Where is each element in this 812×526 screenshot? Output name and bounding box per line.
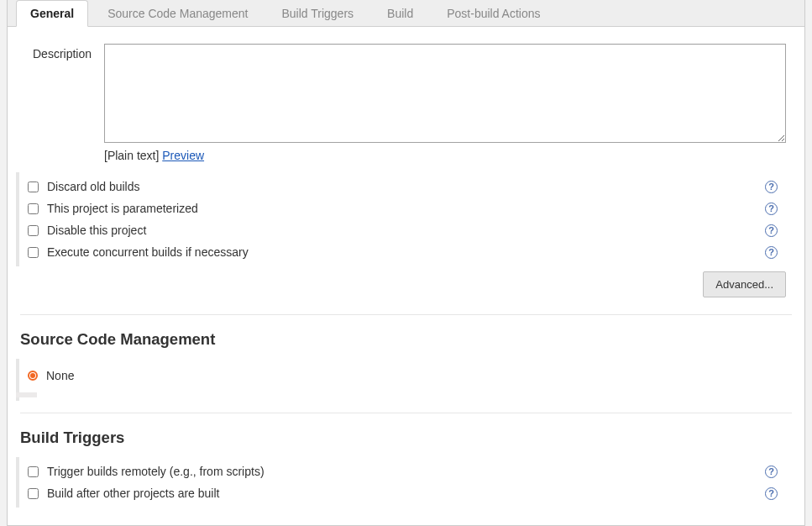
advanced-button[interactable]: Advanced...	[703, 271, 786, 297]
advanced-row: Advanced...	[8, 266, 804, 302]
trigger-after-checkbox[interactable]	[28, 488, 39, 499]
parameterized-checkbox[interactable]	[28, 203, 39, 214]
disable-project-row: Disable this project	[19, 219, 796, 241]
plain-text-label: [Plain text]	[104, 149, 162, 162]
help-icon[interactable]	[765, 246, 778, 259]
scm-section: None	[16, 359, 796, 401]
tabs-bar: General Source Code Management Build Tri…	[8, 0, 804, 27]
content-area: Description [Plain text] Preview Discard…	[8, 27, 804, 514]
triggers-section-title: Build Triggers	[20, 429, 796, 447]
parameterized-row: This project is parameterized	[19, 197, 796, 219]
parameterized-label: This project is parameterized	[47, 202, 198, 215]
help-icon[interactable]	[765, 181, 778, 193]
preview-link[interactable]: Preview	[162, 149, 204, 162]
trigger-after-row: Build after other projects are built	[19, 482, 796, 504]
description-footer: [Plain text] Preview	[104, 149, 786, 162]
trigger-remote-row: Trigger builds remotely (e.g., from scri…	[19, 460, 796, 482]
tab-source-code-management[interactable]: Source Code Management	[93, 0, 262, 27]
section-divider	[20, 413, 792, 413]
scm-section-title: Source Code Management	[20, 330, 796, 349]
disable-project-checkbox[interactable]	[28, 225, 39, 236]
disable-project-label: Disable this project	[47, 224, 146, 237]
help-icon[interactable]	[765, 224, 778, 237]
concurrent-builds-row: Execute concurrent builds if necessary	[19, 241, 796, 263]
trigger-remote-checkbox[interactable]	[28, 466, 39, 477]
tab-build[interactable]: Build	[373, 0, 427, 27]
discard-old-builds-label: Discard old builds	[47, 180, 140, 193]
description-row: Description [Plain text] Preview	[8, 30, 804, 162]
scm-none-row: None	[19, 362, 796, 392]
discard-old-builds-row: Discard old builds	[19, 176, 796, 197]
concurrent-builds-checkbox[interactable]	[28, 247, 39, 258]
description-textarea[interactable]	[104, 44, 786, 143]
tab-post-build-actions[interactable]: Post-build Actions	[432, 0, 554, 27]
trigger-after-label: Build after other projects are built	[47, 487, 219, 500]
config-panel: General Source Code Management Build Tri…	[7, 0, 805, 526]
trigger-remote-label: Trigger builds remotely (e.g., from scri…	[47, 465, 265, 478]
description-label: Description	[33, 44, 104, 60]
help-icon[interactable]	[765, 487, 778, 500]
scm-none-label: None	[46, 369, 74, 382]
concurrent-builds-label: Execute concurrent builds if necessary	[47, 245, 249, 259]
general-options-section: Discard old builds This project is param…	[16, 172, 796, 266]
tab-build-triggers[interactable]: Build Triggers	[267, 0, 368, 27]
tab-general[interactable]: General	[16, 0, 88, 27]
discard-old-builds-checkbox[interactable]	[28, 181, 39, 192]
help-icon[interactable]	[765, 203, 778, 215]
triggers-section: Trigger builds remotely (e.g., from scri…	[16, 457, 796, 508]
section-divider	[20, 314, 792, 315]
scm-none-radio[interactable]	[28, 371, 38, 381]
help-icon[interactable]	[765, 466, 778, 478]
